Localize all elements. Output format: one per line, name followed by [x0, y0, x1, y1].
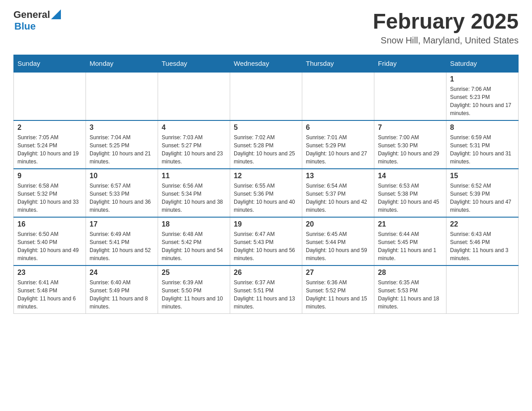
day-number: 16 — [17, 220, 82, 228]
day-info: Sunrise: 6:59 AMSunset: 5:31 PMDaylight:… — [450, 133, 515, 166]
day-info: Sunrise: 6:45 AMSunset: 5:44 PMDaylight:… — [306, 230, 370, 262]
day-header-monday: Monday — [86, 55, 158, 73]
day-number: 24 — [90, 269, 154, 277]
calendar-cell: 26Sunrise: 6:37 AMSunset: 5:51 PMDayligh… — [230, 265, 302, 314]
calendar-cell — [230, 72, 302, 120]
calendar-cell — [374, 72, 446, 120]
day-number: 11 — [162, 172, 226, 180]
calendar-cell — [446, 265, 519, 314]
day-info: Sunrise: 6:55 AMSunset: 5:36 PMDaylight:… — [234, 182, 298, 214]
calendar-week-row: 9Sunrise: 6:58 AMSunset: 5:32 PMDaylight… — [14, 169, 519, 217]
calendar-cell: 25Sunrise: 6:39 AMSunset: 5:50 PMDayligh… — [158, 265, 230, 314]
calendar-cell: 20Sunrise: 6:45 AMSunset: 5:44 PMDayligh… — [302, 217, 374, 265]
calendar-cell — [86, 72, 158, 120]
calendar-subtitle: Snow Hill, Maryland, United States — [373, 35, 519, 46]
day-info: Sunrise: 6:35 AMSunset: 5:53 PMDaylight:… — [378, 278, 442, 311]
day-number: 3 — [90, 124, 154, 132]
day-number: 8 — [450, 124, 515, 132]
day-info: Sunrise: 6:50 AMSunset: 5:40 PMDaylight:… — [17, 230, 82, 262]
day-header-tuesday: Tuesday — [158, 55, 230, 73]
logo-arrow-icon — [51, 9, 61, 19]
calendar-cell: 22Sunrise: 6:43 AMSunset: 5:46 PMDayligh… — [446, 217, 519, 265]
day-info: Sunrise: 6:39 AMSunset: 5:50 PMDaylight:… — [162, 278, 226, 311]
day-info: Sunrise: 6:52 AMSunset: 5:39 PMDaylight:… — [450, 182, 515, 214]
day-number: 26 — [234, 269, 298, 277]
day-number: 12 — [234, 172, 298, 180]
calendar-cell: 4Sunrise: 7:03 AMSunset: 5:27 PMDaylight… — [158, 120, 230, 169]
day-number: 19 — [234, 220, 298, 228]
day-number: 6 — [306, 124, 370, 132]
day-number: 2 — [17, 124, 82, 132]
day-info: Sunrise: 6:57 AMSunset: 5:33 PMDaylight:… — [90, 182, 154, 214]
calendar-cell — [302, 72, 374, 120]
calendar-cell: 2Sunrise: 7:05 AMSunset: 5:24 PMDaylight… — [14, 120, 86, 169]
day-info: Sunrise: 6:47 AMSunset: 5:43 PMDaylight:… — [234, 230, 298, 262]
day-header-wednesday: Wednesday — [230, 55, 302, 73]
calendar-cell: 12Sunrise: 6:55 AMSunset: 5:36 PMDayligh… — [230, 169, 302, 217]
day-info: Sunrise: 6:36 AMSunset: 5:52 PMDaylight:… — [306, 278, 370, 311]
day-info: Sunrise: 7:00 AMSunset: 5:30 PMDaylight:… — [378, 133, 442, 166]
title-section: February 2025 Snow Hill, Maryland, Unite… — [373, 9, 519, 46]
calendar-cell: 24Sunrise: 6:40 AMSunset: 5:49 PMDayligh… — [86, 265, 158, 314]
day-info: Sunrise: 6:58 AMSunset: 5:32 PMDaylight:… — [17, 182, 82, 214]
day-info: Sunrise: 7:04 AMSunset: 5:25 PMDaylight:… — [90, 133, 154, 166]
day-number: 22 — [450, 220, 515, 228]
svg-marker-0 — [51, 9, 61, 19]
calendar-cell: 14Sunrise: 6:53 AMSunset: 5:38 PMDayligh… — [374, 169, 446, 217]
day-info: Sunrise: 6:54 AMSunset: 5:37 PMDaylight:… — [306, 182, 370, 214]
calendar-cell: 10Sunrise: 6:57 AMSunset: 5:33 PMDayligh… — [86, 169, 158, 217]
day-info: Sunrise: 7:05 AMSunset: 5:24 PMDaylight:… — [17, 133, 82, 166]
logo-general: General — [13, 9, 50, 21]
day-number: 23 — [17, 269, 82, 277]
day-number: 21 — [378, 220, 442, 228]
logo: General Blue — [13, 9, 61, 32]
calendar-cell: 28Sunrise: 6:35 AMSunset: 5:53 PMDayligh… — [374, 265, 446, 314]
day-info: Sunrise: 6:41 AMSunset: 5:48 PMDaylight:… — [17, 278, 82, 311]
calendar-cell: 9Sunrise: 6:58 AMSunset: 5:32 PMDaylight… — [14, 169, 86, 217]
calendar-cell — [158, 72, 230, 120]
logo-blue: Blue — [14, 21, 61, 32]
day-number: 1 — [450, 75, 515, 83]
day-number: 15 — [450, 172, 515, 180]
calendar-week-row: 23Sunrise: 6:41 AMSunset: 5:48 PMDayligh… — [14, 265, 519, 314]
day-info: Sunrise: 6:49 AMSunset: 5:41 PMDaylight:… — [90, 230, 154, 262]
calendar-cell: 6Sunrise: 7:01 AMSunset: 5:29 PMDaylight… — [302, 120, 374, 169]
day-number: 28 — [378, 269, 442, 277]
day-info: Sunrise: 6:53 AMSunset: 5:38 PMDaylight:… — [378, 182, 442, 214]
calendar-cell: 8Sunrise: 6:59 AMSunset: 5:31 PMDaylight… — [446, 120, 519, 169]
calendar-title: February 2025 — [373, 9, 519, 34]
calendar-cell — [14, 72, 86, 120]
day-info: Sunrise: 7:01 AMSunset: 5:29 PMDaylight:… — [306, 133, 370, 166]
day-header-friday: Friday — [374, 55, 446, 73]
calendar-cell: 13Sunrise: 6:54 AMSunset: 5:37 PMDayligh… — [302, 169, 374, 217]
calendar-cell: 19Sunrise: 6:47 AMSunset: 5:43 PMDayligh… — [230, 217, 302, 265]
day-info: Sunrise: 7:03 AMSunset: 5:27 PMDaylight:… — [162, 133, 226, 166]
day-number: 7 — [378, 124, 442, 132]
day-number: 20 — [306, 220, 370, 228]
calendar-week-row: 1Sunrise: 7:06 AMSunset: 5:23 PMDaylight… — [14, 72, 519, 120]
day-info: Sunrise: 7:06 AMSunset: 5:23 PMDaylight:… — [450, 85, 515, 117]
day-number: 17 — [90, 220, 154, 228]
calendar-cell: 11Sunrise: 6:56 AMSunset: 5:34 PMDayligh… — [158, 169, 230, 217]
day-header-saturday: Saturday — [446, 55, 519, 73]
day-number: 10 — [90, 172, 154, 180]
calendar-cell: 18Sunrise: 6:48 AMSunset: 5:42 PMDayligh… — [158, 217, 230, 265]
day-number: 25 — [162, 269, 226, 277]
calendar-cell: 1Sunrise: 7:06 AMSunset: 5:23 PMDaylight… — [446, 72, 519, 120]
calendar-cell: 15Sunrise: 6:52 AMSunset: 5:39 PMDayligh… — [446, 169, 519, 217]
day-info: Sunrise: 6:40 AMSunset: 5:49 PMDaylight:… — [90, 278, 154, 311]
day-number: 4 — [162, 124, 226, 132]
day-header-sunday: Sunday — [14, 55, 86, 73]
calendar-cell: 21Sunrise: 6:44 AMSunset: 5:45 PMDayligh… — [374, 217, 446, 265]
day-number: 18 — [162, 220, 226, 228]
calendar-week-row: 2Sunrise: 7:05 AMSunset: 5:24 PMDaylight… — [14, 120, 519, 169]
day-number: 14 — [378, 172, 442, 180]
calendar-cell: 27Sunrise: 6:36 AMSunset: 5:52 PMDayligh… — [302, 265, 374, 314]
page-header: General Blue February 2025 Snow Hill, Ma… — [13, 9, 519, 46]
day-number: 9 — [17, 172, 82, 180]
day-info: Sunrise: 7:02 AMSunset: 5:28 PMDaylight:… — [234, 133, 298, 166]
calendar-cell: 17Sunrise: 6:49 AMSunset: 5:41 PMDayligh… — [86, 217, 158, 265]
calendar-cell: 5Sunrise: 7:02 AMSunset: 5:28 PMDaylight… — [230, 120, 302, 169]
day-header-thursday: Thursday — [302, 55, 374, 73]
calendar-cell: 3Sunrise: 7:04 AMSunset: 5:25 PMDaylight… — [86, 120, 158, 169]
